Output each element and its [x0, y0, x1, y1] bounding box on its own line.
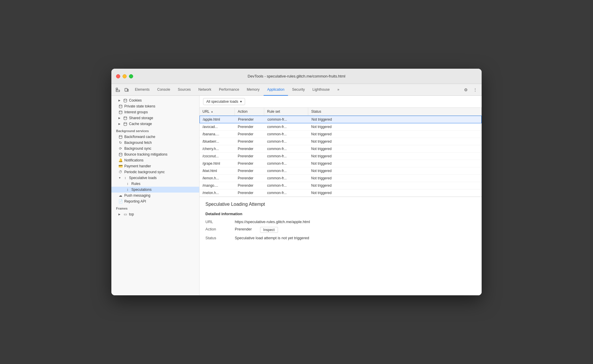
cell-action: Prerender	[235, 145, 264, 152]
sidebar-item-top[interactable]: ▶ ▭ top	[111, 211, 199, 217]
database-icon	[123, 98, 127, 102]
device-toolbar-icon[interactable]	[123, 86, 131, 94]
database-icon-7	[118, 152, 123, 156]
table-header: URL ▲ Action Rule set Status	[200, 108, 482, 116]
action-label: Action	[205, 227, 229, 231]
url-value: https://speculative-rules.glitch.me/appl…	[235, 220, 310, 224]
table-row[interactable]: /grape.html Prerender common-fr... Not t…	[200, 160, 482, 167]
sidebar-item-speculative-loads[interactable]: ▼ ↕ Speculative loads	[111, 175, 199, 181]
sidebar-item-rules[interactable]: ↕ Rules	[111, 181, 199, 187]
sidebar-item-payment-handler[interactable]: 💳 Payment handler	[111, 163, 199, 169]
expand-arrow-icon-shared: ▶	[118, 117, 121, 119]
sidebar-item-background-fetch[interactable]: ↻ Background fetch	[111, 140, 199, 146]
more-options-icon[interactable]: ⋮	[471, 86, 479, 94]
svg-point-8	[124, 122, 127, 124]
tab-lighthouse[interactable]: Lighthouse	[309, 84, 333, 96]
inspect-element-icon[interactable]	[114, 86, 122, 94]
tab-security[interactable]: Security	[289, 84, 308, 96]
titlebar: DevTools - speculative-rules.glitch.me/c…	[111, 69, 482, 84]
sidebar-item-shared-storage[interactable]: ▶ Shared storage	[111, 115, 199, 121]
file-icon: 📄	[118, 199, 123, 203]
details-panel: Speculative Loading Attempt Detailed inf…	[200, 197, 482, 295]
cell-action: Prerender	[235, 189, 264, 196]
interest-groups-label: Interest groups	[124, 110, 148, 114]
table-row[interactable]: /kiwi.html Prerender common-fr... Not tr…	[200, 167, 482, 175]
sidebar-item-back-forward-cache[interactable]: Back/forward cache	[111, 134, 199, 140]
table-row[interactable]: /coconut... Prerender common-fr... Not t…	[200, 153, 482, 160]
sidebar-item-private-state-tokens[interactable]: Private state tokens	[111, 103, 199, 109]
maximize-button[interactable]	[129, 74, 133, 78]
table-row[interactable]: /lemon.h... Prerender common-fr... Not t…	[200, 175, 482, 182]
svg-rect-0	[116, 88, 118, 90]
private-state-tokens-label: Private state tokens	[124, 104, 155, 108]
table-row[interactable]: /mango.... Prerender common-fr... Not tr…	[200, 182, 482, 189]
cell-rule-set: common-fr...	[264, 131, 308, 138]
devtools-tabbar: Elements Console Sources Network Perform…	[111, 84, 482, 96]
cell-url: /mango....	[200, 182, 235, 189]
cell-url: /cherry.h...	[200, 145, 235, 152]
cell-rule-set: common-fr...	[264, 116, 309, 123]
tab-sources[interactable]: Sources	[174, 84, 194, 96]
shared-storage-label: Shared storage	[129, 116, 153, 120]
cell-rule-set: common-fr...	[264, 123, 308, 130]
table-row[interactable]: /cherry.h... Prerender common-fr... Not …	[200, 145, 482, 153]
tab-console[interactable]: Console	[154, 84, 174, 96]
sidebar-item-cookies[interactable]: ▶ Cookies	[111, 97, 199, 103]
col-header-url[interactable]: URL ▲	[200, 108, 235, 115]
back-forward-cache-label: Back/forward cache	[124, 135, 155, 139]
cookies-label: Cookies	[129, 98, 142, 102]
table-row[interactable]: /blueberr... Prerender common-fr... Not …	[200, 138, 482, 145]
cell-status: Not triggered	[308, 153, 482, 160]
close-button[interactable]	[116, 74, 120, 78]
tab-more[interactable]: »	[334, 84, 343, 96]
database-icon-5	[123, 122, 127, 126]
tab-network[interactable]: Network	[195, 84, 215, 96]
table-row[interactable]: /melon.h... Prerender common-fr... Not t…	[200, 189, 482, 197]
col-header-rule-set[interactable]: Rule set	[264, 108, 308, 115]
status-value: Speculative load attempt is not yet trig…	[235, 236, 309, 240]
sidebar-item-interest-groups[interactable]: Interest groups	[111, 109, 199, 115]
table-body: /apple.html Prerender common-fr... Not t…	[200, 116, 482, 197]
minimize-button[interactable]	[123, 74, 127, 78]
cell-action: Prerender	[235, 123, 264, 130]
sidebar-item-reporting-api[interactable]: 📄 Reporting API	[111, 198, 199, 204]
cell-action: Prerender	[235, 167, 264, 174]
sidebar-item-background-sync[interactable]: ⟳ Background sync	[111, 146, 199, 151]
background-services-section: Background services	[111, 127, 199, 134]
svg-rect-2	[125, 88, 127, 91]
sidebar-item-periodic-background-sync[interactable]: ⏱ Periodic background sync	[111, 169, 199, 175]
sidebar-item-speculations[interactable]: ↕ Speculations	[111, 187, 199, 193]
filter-dropdown[interactable]: All speculative loads ▾	[203, 98, 245, 105]
sidebar-item-push-messaging[interactable]: ☁ Push messaging	[111, 193, 199, 198]
tab-application[interactable]: Application	[264, 84, 288, 96]
table-row[interactable]: /avocad... Prerender common-fr... Not tr…	[200, 123, 482, 131]
sidebar: ▶ Cookies Private state tokens Interest …	[111, 96, 200, 295]
cell-action: Prerender	[235, 153, 264, 160]
inspect-button[interactable]: Inspect	[260, 227, 278, 233]
filter-label: All speculative loads	[206, 100, 238, 104]
col-header-status[interactable]: Status	[308, 108, 482, 115]
bell-icon: 🔔	[118, 158, 123, 162]
refresh-icon: ↻	[118, 141, 123, 145]
traffic-lights	[116, 74, 133, 78]
tab-elements[interactable]: Elements	[131, 84, 153, 96]
sync-icon: ⟳	[118, 146, 123, 151]
svg-point-4	[124, 99, 127, 100]
sidebar-item-bounce-tracking[interactable]: Bounce tracking mitigations	[111, 151, 199, 157]
expand-arrow-icon-top: ▶	[118, 213, 121, 216]
cell-url: /avocad...	[200, 123, 235, 130]
status-label: Status	[205, 236, 229, 240]
speculations-icon: ↕	[125, 188, 130, 192]
col-header-action[interactable]: Action	[235, 108, 264, 115]
database-icon-3	[118, 110, 123, 114]
notifications-label: Notifications	[124, 158, 143, 162]
table-row[interactable]: /apple.html Prerender common-fr... Not t…	[200, 116, 482, 123]
tab-memory[interactable]: Memory	[243, 84, 263, 96]
table-row[interactable]: /banana.... Prerender common-fr... Not t…	[200, 131, 482, 138]
sort-icon: ▲	[211, 110, 213, 113]
sidebar-item-cache-storage[interactable]: ▶ Cache storage	[111, 121, 199, 127]
main-layout: ▶ Cookies Private state tokens Interest …	[111, 96, 482, 295]
settings-icon[interactable]: ⚙	[462, 86, 470, 94]
tab-performance[interactable]: Performance	[215, 84, 243, 96]
sidebar-item-notifications[interactable]: 🔔 Notifications	[111, 157, 199, 163]
